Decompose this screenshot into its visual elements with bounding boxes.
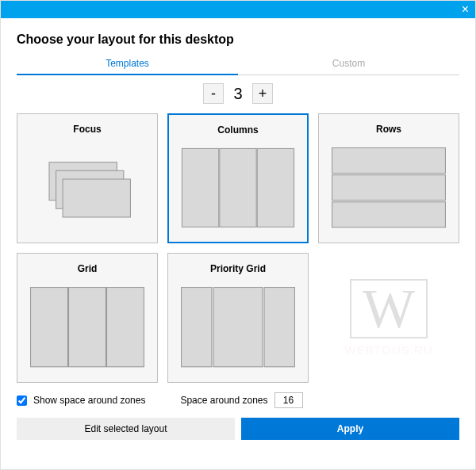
- svg-rect-4: [220, 148, 256, 227]
- footer-buttons: Edit selected layout Apply: [17, 418, 459, 440]
- watermark-icon: W WEBTOUS.RU: [344, 279, 432, 357]
- edit-layout-button[interactable]: Edit selected layout: [17, 418, 235, 440]
- increment-button[interactable]: +: [252, 83, 273, 104]
- svg-rect-5: [257, 148, 294, 227]
- decrement-button[interactable]: -: [203, 83, 224, 104]
- template-card-columns[interactable]: Columns: [167, 113, 309, 243]
- svg-rect-14: [264, 288, 294, 367]
- show-space-checkbox[interactable]: [17, 395, 27, 406]
- template-gallery: Focus Columns: [17, 113, 459, 383]
- watermark-cell: W WEBTOUS.RU: [318, 253, 459, 383]
- svg-rect-12: [182, 288, 212, 367]
- options-row: Show space around zones Space around zon…: [17, 383, 459, 418]
- template-card-focus[interactable]: Focus: [17, 113, 158, 243]
- apply-button[interactable]: Apply: [241, 418, 459, 440]
- grid-thumb-icon: [24, 281, 151, 373]
- dialog-body: Choose your layout for this desktop Temp…: [1, 18, 475, 469]
- svg-rect-13: [213, 288, 263, 367]
- rows-thumb-icon: [325, 141, 452, 234]
- show-space-label: Show space around zones: [33, 395, 145, 406]
- svg-rect-7: [332, 175, 446, 201]
- zone-count-stepper: - 3 +: [17, 75, 459, 113]
- template-title: Grid: [78, 260, 98, 281]
- svg-rect-2: [63, 179, 130, 217]
- template-title: Focus: [73, 120, 101, 141]
- priority-grid-thumb-icon: [175, 281, 301, 373]
- svg-rect-9: [31, 288, 68, 367]
- close-icon[interactable]: ×: [462, 3, 469, 16]
- tab-custom[interactable]: Custom: [238, 53, 459, 75]
- space-around-input[interactable]: [274, 392, 303, 408]
- svg-rect-6: [332, 148, 446, 174]
- tab-bar: Templates Custom: [17, 53, 459, 75]
- focus-thumb-icon: [24, 141, 151, 234]
- template-title: Rows: [376, 120, 401, 141]
- space-around-label: Space around zones: [180, 395, 267, 406]
- dialog-window: × Choose your layout for this desktop Te…: [0, 0, 476, 470]
- template-title: Columns: [217, 121, 258, 142]
- svg-rect-11: [107, 288, 144, 367]
- page-title: Choose your layout for this desktop: [17, 18, 459, 53]
- template-card-rows[interactable]: Rows: [318, 113, 459, 243]
- titlebar: ×: [1, 1, 475, 18]
- template-card-priority-grid[interactable]: Priority Grid: [167, 253, 309, 383]
- columns-thumb-icon: [175, 142, 301, 234]
- svg-rect-8: [332, 202, 446, 227]
- tab-templates[interactable]: Templates: [17, 53, 238, 75]
- template-card-grid[interactable]: Grid: [17, 253, 158, 383]
- svg-rect-10: [69, 288, 106, 367]
- zone-count-value: 3: [228, 85, 248, 103]
- svg-rect-3: [182, 148, 218, 227]
- template-title: Priority Grid: [210, 260, 266, 281]
